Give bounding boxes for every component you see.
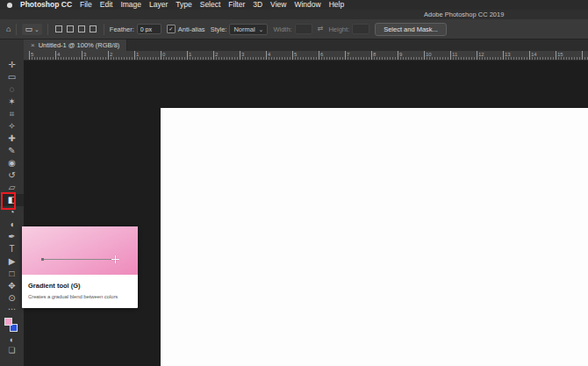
tool-preset-dropdown[interactable]: ▭ ⌄ <box>22 24 41 35</box>
ruler-label: 4 <box>268 51 270 58</box>
title-bar: Adobe Photoshop CC 2019 <box>0 10 588 19</box>
quick-mask-button[interactable]: ◐ <box>0 334 24 345</box>
style-value: Normal <box>233 25 255 33</box>
zoom-tool[interactable]: ⊙ <box>0 292 24 305</box>
style-label: Style: <box>211 25 227 33</box>
menu-item[interactable]: 3D <box>253 0 262 10</box>
intersect-selection-button[interactable] <box>88 24 98 34</box>
type-tool-icon: T <box>9 244 14 254</box>
pen-tool-icon: ✒ <box>8 232 15 241</box>
tooltip-title: Gradient tool (G) <box>28 282 132 290</box>
home-icon[interactable]: ⌂ <box>6 25 11 33</box>
color-swatches <box>4 318 19 334</box>
horizontal-ruler[interactable]: 543210123456789101112131415 <box>24 51 588 61</box>
hand-tool[interactable]: ✥ <box>0 280 24 292</box>
crop-tool[interactable]: ⌗ <box>0 108 24 120</box>
type-tool[interactable]: T <box>0 243 24 255</box>
hand-tool-icon: ✥ <box>8 281 15 291</box>
clone-stamp-tool-icon: ◉ <box>8 158 16 168</box>
quick-selection-tool[interactable]: ✶ <box>0 96 24 108</box>
chevron-down-icon: ⌄ <box>34 26 39 32</box>
apple-menu-icon[interactable] <box>7 3 12 8</box>
ruler-label: 2 <box>215 51 218 58</box>
history-brush-tool[interactable]: ↺ <box>0 169 24 182</box>
quick-selection-tool-icon: ✶ <box>8 97 15 106</box>
lasso-tool[interactable]: ◌ <box>0 83 24 96</box>
options-bar: ⌂ ▭ ⌄ Feather: ✓ Anti-alias Style: Norma… <box>0 19 588 39</box>
subtract-from-selection-button[interactable] <box>76 24 87 34</box>
clone-stamp-tool[interactable]: ◉ <box>0 157 24 169</box>
screen-mode-icon: ❏ <box>8 346 15 355</box>
menu-item[interactable]: Select <box>200 0 221 10</box>
feather-input[interactable] <box>137 24 161 34</box>
ruler-label: 10 <box>426 51 432 58</box>
document-tab-bar: × Untitled-1 @ 100% (RGB/8) <box>24 39 588 51</box>
history-brush-tool-icon: ↺ <box>8 170 15 180</box>
ruler-label: 1 <box>136 51 139 58</box>
divider <box>47 24 48 35</box>
ruler-label: 3 <box>241 51 244 58</box>
crosshair-cursor-icon <box>111 255 119 263</box>
ruler-label: 9 <box>399 51 402 58</box>
close-tab-icon[interactable]: × <box>31 42 35 49</box>
ruler-label: 2 <box>110 51 112 58</box>
select-and-mask-button[interactable]: Select and Mask... <box>375 23 447 36</box>
rectangle-tool[interactable]: □ <box>0 268 24 280</box>
app-menu-photoshop[interactable]: Photoshop CC <box>20 0 72 10</box>
width-group: Width: <box>273 24 312 34</box>
tooltip-description: Creates a gradual blend between colors <box>28 294 132 299</box>
menu-bar: Photoshop CC FileEditImageLayerTypeSelec… <box>0 0 588 10</box>
window-title: Adobe Photoshop CC 2019 <box>424 11 504 18</box>
anti-alias-checkbox[interactable]: ✓ <box>167 25 176 33</box>
menu-item[interactable]: File <box>80 0 92 10</box>
menu-item[interactable]: Type <box>176 0 191 10</box>
menu-item[interactable]: Image <box>120 0 141 10</box>
annotation-highlight-box <box>1 192 16 210</box>
spot-healing-brush-tool[interactable]: ✚ <box>0 133 24 145</box>
menu-item[interactable]: Edit <box>100 0 113 10</box>
eyedropper-tool[interactable]: ✧ <box>0 120 24 133</box>
menu-item[interactable]: Window <box>294 0 320 10</box>
add-to-selection-button[interactable] <box>65 24 75 34</box>
eyedropper-tool-icon: ✧ <box>8 121 15 131</box>
brush-tool-icon: ✎ <box>8 146 15 155</box>
eraser-tool-icon: ▱ <box>9 183 16 192</box>
screen-mode-button[interactable]: ❏ <box>0 345 24 355</box>
ruler-label: 11 <box>452 51 457 58</box>
menu-item[interactable]: Layer <box>149 0 168 10</box>
rectangular-marquee-tool[interactable]: ▭ <box>0 71 24 83</box>
style-dropdown[interactable]: Normal ⌄ <box>229 24 268 35</box>
ruler-label: 5 <box>294 51 297 58</box>
ruler-label: 4 <box>57 51 60 58</box>
zoom-tool-icon: ⊙ <box>8 293 15 303</box>
path-selection-tool[interactable]: ▶ <box>0 255 24 268</box>
selection-square-icon <box>78 25 85 32</box>
selection-square-icon <box>55 25 62 32</box>
brush-tool[interactable]: ✎ <box>0 145 24 157</box>
new-selection-button[interactable] <box>54 24 64 34</box>
ruler-label: 0 <box>162 51 165 58</box>
move-tool[interactable]: ✛ <box>0 59 24 71</box>
edit-toolbar-button[interactable]: ⋯ <box>0 305 24 315</box>
anti-alias-label: Anti-alias <box>178 25 205 33</box>
path-selection-tool-icon: ▶ <box>9 256 16 266</box>
height-group: Height: <box>328 24 369 34</box>
document-tab[interactable]: × Untitled-1 @ 100% (RGB/8) <box>24 39 127 51</box>
rectangular-marquee-tool-icon: ▭ <box>8 72 16 82</box>
gradient-preview-image <box>22 226 138 275</box>
menu-item[interactable]: Filter <box>228 0 245 10</box>
pen-tool[interactable]: ✒ <box>0 231 24 243</box>
ruler-label: 8 <box>373 51 376 58</box>
canvas[interactable] <box>161 108 588 366</box>
photoshop-window: Photoshop CC FileEditImageLayerTypeSelec… <box>0 0 588 366</box>
foreground-color-swatch[interactable] <box>4 318 12 326</box>
ruler-label: 14 <box>531 51 537 58</box>
dodge-tool[interactable]: ◖ <box>0 219 24 231</box>
width-label: Width: <box>273 25 291 33</box>
menu-item[interactable]: View <box>270 0 286 10</box>
dodge-tool-icon: ◖ <box>9 219 14 229</box>
menu-item[interactable]: Help <box>329 0 344 10</box>
document-area: × Untitled-1 @ 100% (RGB/8) 543210123456… <box>24 39 588 366</box>
spot-healing-brush-tool-icon: ✚ <box>8 133 15 143</box>
divider <box>104 24 104 35</box>
